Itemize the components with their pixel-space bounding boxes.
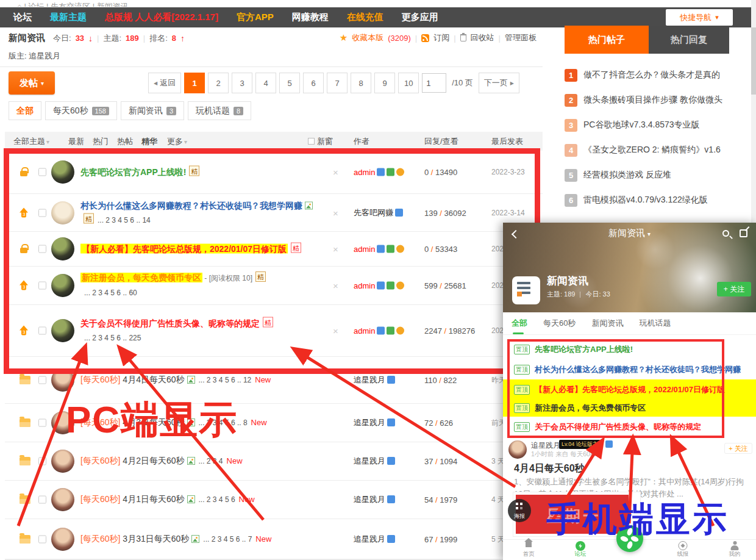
thread-pages[interactable]: ... 2 3 4 5 6 .. 8 <box>199 418 248 427</box>
page-number[interactable]: 10 <box>398 73 419 93</box>
filter-newest[interactable]: 最新 <box>68 136 84 147</box>
thread-title[interactable]: 村长为什么懂这么多网赚教程？村长还收徒吗？我想学网赚 <box>80 200 302 210</box>
thread-author[interactable]: admin <box>354 326 422 336</box>
hot-post-title[interactable]: PC谷歌地球v7.3.4.8573专业版 <box>583 120 700 131</box>
post-title[interactable]: 4月4日每天60秒 <box>514 462 585 475</box>
page-number[interactable]: 6 <box>303 73 324 93</box>
thread-category-tag[interactable]: [每天60秒] <box>80 534 120 544</box>
mobile-nav-title[interactable]: 新闻资讯 <box>503 228 756 239</box>
thread-title[interactable]: 4月1日每天60秒 <box>123 494 184 504</box>
author-name[interactable]: 追星践月 <box>354 456 385 465</box>
thread-author[interactable]: 追星践月 <box>354 456 422 467</box>
author-name[interactable]: 追星践月 <box>354 418 385 427</box>
hot-post-title[interactable]: 雷电模拟器v4.0.79/v3.122绿化版 <box>583 195 708 206</box>
search-icon[interactable] <box>722 230 729 237</box>
filter-button[interactable]: 全部 <box>9 101 41 120</box>
tab-hot-posts[interactable]: 热门帖子 <box>565 26 649 54</box>
admin-panel-link[interactable]: 管理面板 <box>505 32 537 43</box>
thread-author[interactable]: 追星践月 <box>354 417 422 428</box>
page-number[interactable]: 5 <box>279 73 300 93</box>
thread-title[interactable]: 【新人必看】先客吧论坛总版规，2022/01/07日修订版 <box>80 244 288 254</box>
sticky-title[interactable]: 新注册会员，每天免费领币专区 <box>535 403 646 414</box>
nav-item[interactable]: 更多应用 <box>402 12 438 23</box>
avatar[interactable] <box>51 528 74 551</box>
hot-post-title[interactable]: 做不了抖音怎么办？做头条才是真的 <box>583 70 720 81</box>
center-action-button[interactable] <box>616 525 643 552</box>
thread-category-tag[interactable]: [每天60秒] <box>80 456 120 465</box>
sticky-title[interactable]: 【新人必看】先客吧论坛总版规，2022/01/07日修订版 <box>535 384 725 395</box>
page-number[interactable]: 2 <box>208 73 229 93</box>
avatar[interactable] <box>51 201 74 224</box>
tabbar-item[interactable]: 首页 <box>512 541 546 558</box>
filter-hot-posts[interactable]: 热帖 <box>117 136 133 147</box>
row-checkbox[interactable] <box>38 376 46 384</box>
nav-item[interactable]: 网赚教程 <box>292 12 329 23</box>
thread-author[interactable]: 先客吧网赚 <box>354 207 422 218</box>
tabbar-item[interactable]: 线报 <box>666 541 700 558</box>
row-checkbox[interactable] <box>38 282 46 290</box>
thread-title[interactable]: 4月3日每天60秒 <box>123 417 184 427</box>
filter-digest[interactable]: 精华 <box>141 136 157 147</box>
tabbar-item[interactable]: 我的 <box>718 541 752 558</box>
avatar[interactable] <box>51 488 74 511</box>
sticky-thread[interactable]: 置顶关于会员不得使用广告性质头像、昵称等的规定 <box>503 417 756 437</box>
row-checkbox[interactable] <box>38 535 46 543</box>
hot-post-title[interactable]: 《圣女之歌ZERO 2: 鳞痕誓约》v1.6 <box>583 145 721 156</box>
avatar[interactable] <box>508 440 527 459</box>
nav-item[interactable]: 在线充值 <box>347 12 383 23</box>
row-checkbox[interactable] <box>38 245 46 253</box>
author-name[interactable]: 追星践月 <box>354 375 385 384</box>
filter-button[interactable]: 新闻资讯3 <box>121 101 184 120</box>
thread-pages[interactable]: ... 2 3 4 5 6 .. 12 <box>199 376 252 384</box>
author-name[interactable]: 先客吧网赚 <box>354 208 393 217</box>
page-number[interactable]: 7 <box>327 73 348 93</box>
thread-title[interactable]: 新注册会员，每天免费领币专区 <box>80 273 202 282</box>
sticky-title[interactable]: 关于会员不得使用广告性质头像、昵称等的规定 <box>535 422 701 433</box>
thread-author[interactable]: admin <box>354 168 422 177</box>
hot-post-item[interactable]: 3PC谷歌地球v7.3.4.8573专业版 <box>565 118 750 132</box>
sticky-title[interactable]: 村长为什么懂这么多网赚教程？村长还收徒吗？我想学网赚 <box>535 364 741 375</box>
filter-button[interactable]: 玩机话题8 <box>188 101 251 120</box>
page-number[interactable]: 1 <box>184 73 205 93</box>
avatar[interactable] <box>51 411 74 434</box>
thread-title[interactable]: 4月2日每天60秒 <box>123 456 184 465</box>
thread-pages[interactable]: ... 2 3 4 <box>199 457 223 465</box>
author-name[interactable]: 追星践月 <box>354 495 385 504</box>
thread-pages[interactable]: ... 2 3 4 5 6 .. 60 <box>84 289 137 297</box>
back-button[interactable]: 返回 <box>148 73 181 93</box>
sticky-thread[interactable]: 置顶【新人必看】先客吧论坛总版规，2022/01/07日修订版 <box>503 379 756 400</box>
filter-all-threads[interactable]: 全部主题 <box>13 136 49 147</box>
thread-pages[interactable]: ... 2 3 4 5 6 .. 225 <box>84 334 141 342</box>
sticky-thread[interactable]: 置顶村长为什么懂这么多网赚教程？村长还收徒吗？我想学网赚 <box>503 359 756 379</box>
mobile-tab[interactable]: 玩机话题 <box>639 318 671 329</box>
thread-author[interactable]: 追星践月 <box>354 534 422 545</box>
thread-author[interactable]: 追星践月 <box>354 375 422 386</box>
tab-hot-replies[interactable]: 热门回复 <box>649 26 729 54</box>
hot-post-item[interactable]: 5经营模拟类游戏 反应堆 <box>565 168 750 182</box>
page-input[interactable]: 1 <box>422 73 446 93</box>
favorite-link[interactable]: 收藏本版 <box>352 32 383 43</box>
hot-post-title[interactable]: 经营模拟类游戏 反应堆 <box>583 170 671 181</box>
new-window-checkbox[interactable]: 新窗 <box>308 136 333 147</box>
poster-share-button[interactable]: 海报 <box>508 499 531 522</box>
recycle-bin-link[interactable]: 回收站 <box>471 32 494 43</box>
thread-pages[interactable]: ... 2 3 4 5 6 <box>199 495 235 504</box>
thread-author[interactable]: 追星践月 <box>354 494 422 505</box>
hot-post-item[interactable]: 2微头条搬砖项目操作步骤 教你做微头 <box>565 93 750 107</box>
nav-item[interactable]: 最新主题 <box>50 12 87 23</box>
mobile-tab[interactable]: 新闻资讯 <box>591 318 623 329</box>
avatar[interactable] <box>51 368 74 392</box>
author-name[interactable]: admin <box>354 168 375 177</box>
tabbar-item[interactable]: 论坛 <box>563 541 597 558</box>
filter-hot[interactable]: 热门 <box>93 136 109 147</box>
thread-category-tag[interactable]: [每天60秒] <box>80 375 120 384</box>
avatar[interactable] <box>51 160 74 184</box>
hot-post-item[interactable]: 6雷电模拟器v4.0.79/v3.122绿化版 <box>565 193 750 207</box>
row-checkbox[interactable] <box>38 496 46 504</box>
subscribe-link[interactable]: 订阅 <box>433 32 449 43</box>
thread-title[interactable]: 4月4日每天60秒 <box>123 375 184 384</box>
nav-item[interactable]: 官方APP <box>237 12 274 23</box>
quick-nav-button[interactable]: 快捷导航 <box>666 9 733 26</box>
filter-button[interactable]: 每天60秒158 <box>45 101 117 120</box>
avatar[interactable] <box>51 319 74 342</box>
